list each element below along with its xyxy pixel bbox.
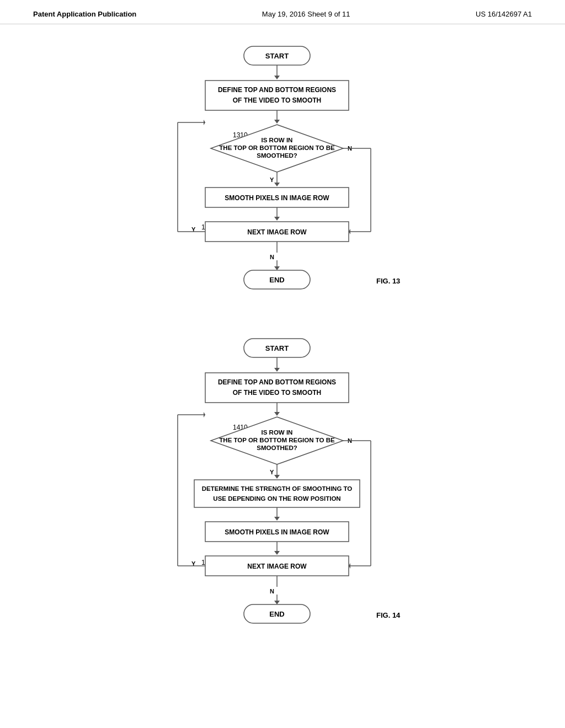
svg-text:IS ROW IN: IS ROW IN: [262, 429, 293, 436]
diagrams-container: START 1305 DEFINE TOP AND BOTTOM REGIONS…: [0, 24, 565, 681]
svg-marker-52: [274, 412, 280, 416]
fig14-diagram: START 1405 DEFINE TOP AND BOTTOM REGIONS…: [139, 333, 426, 670]
svg-marker-91: [204, 412, 205, 417]
svg-text:OF THE VIDEO TO SMOOTH: OF THE VIDEO TO SMOOTH: [233, 97, 321, 104]
svg-rect-48: [205, 373, 349, 403]
svg-marker-23: [274, 217, 280, 221]
svg-text:N: N: [270, 588, 274, 595]
svg-text:N: N: [270, 254, 274, 260]
svg-rect-63: [194, 480, 360, 507]
svg-text:NEXT IMAGE ROW: NEXT IMAGE ROW: [247, 228, 307, 236]
header-center: May 19, 2016 Sheet 9 of 11: [262, 10, 350, 18]
svg-text:IS ROW IN: IS ROW IN: [262, 137, 293, 143]
svg-marker-80: [274, 601, 280, 604]
svg-marker-46: [274, 368, 280, 372]
svg-text:START: START: [265, 52, 289, 60]
svg-text:END: END: [269, 276, 284, 284]
svg-text:SMOOTHED?: SMOOTHED?: [257, 152, 297, 159]
svg-marker-42: [204, 120, 205, 125]
svg-marker-67: [274, 517, 280, 521]
svg-marker-9: [274, 120, 280, 124]
svg-text:DEFINE TOP AND BOTTOM REGIONS: DEFINE TOP AND BOTTOM REGIONS: [218, 86, 336, 94]
svg-text:SMOOTH PIXELS IN IMAGE ROW: SMOOTH PIXELS IN IMAGE ROW: [225, 194, 329, 202]
svg-text:NEXT IMAGE ROW: NEXT IMAGE ROW: [247, 563, 307, 570]
header-right: US 16/142697 A1: [476, 10, 532, 18]
svg-marker-18: [274, 183, 280, 186]
page-header: Patent Application Publication May 19, 2…: [0, 0, 565, 24]
svg-text:FIG. 13: FIG. 13: [376, 277, 400, 285]
svg-text:END: END: [269, 610, 284, 618]
fig13-diagram: START 1305 DEFINE TOP AND BOTTOM REGIONS…: [139, 41, 426, 311]
svg-text:USE DEPENDING ON THE ROW POSIT: USE DEPENDING ON THE ROW POSITION: [213, 495, 340, 502]
svg-text:SMOOTH PIXELS IN IMAGE ROW: SMOOTH PIXELS IN IMAGE ROW: [225, 528, 329, 536]
svg-marker-72: [274, 551, 280, 555]
svg-text:SMOOTHED?: SMOOTHED?: [257, 445, 297, 451]
fig14-svg: START 1405 DEFINE TOP AND BOTTOM REGIONS…: [139, 333, 426, 670]
svg-text:FIG. 14: FIG. 14: [376, 611, 401, 619]
svg-marker-31: [274, 266, 280, 270]
svg-text:DETERMINE THE STRENGTH OF SMOO: DETERMINE THE STRENGTH OF SMOOTHING TO: [202, 485, 353, 492]
svg-rect-5: [205, 81, 349, 110]
fig13-svg: START 1305 DEFINE TOP AND BOTTOM REGIONS…: [139, 41, 426, 311]
svg-text:THE TOP OR BOTTOM REGION TO BE: THE TOP OR BOTTOM REGION TO BE: [219, 437, 335, 443]
header-left: Patent Application Publication: [33, 10, 136, 18]
svg-text:OF THE VIDEO TO SMOOTH: OF THE VIDEO TO SMOOTH: [233, 389, 321, 397]
svg-marker-3: [274, 76, 280, 79]
svg-text:Y: Y: [270, 469, 274, 475]
page: Patent Application Publication May 19, 2…: [0, 0, 565, 728]
svg-text:DEFINE TOP AND BOTTOM REGIONS: DEFINE TOP AND BOTTOM REGIONS: [218, 378, 336, 386]
svg-text:THE TOP OR BOTTOM REGION TO BE: THE TOP OR BOTTOM REGION TO BE: [219, 144, 335, 151]
svg-text:Y: Y: [270, 176, 274, 183]
svg-marker-61: [274, 475, 280, 479]
svg-text:START: START: [265, 344, 289, 352]
